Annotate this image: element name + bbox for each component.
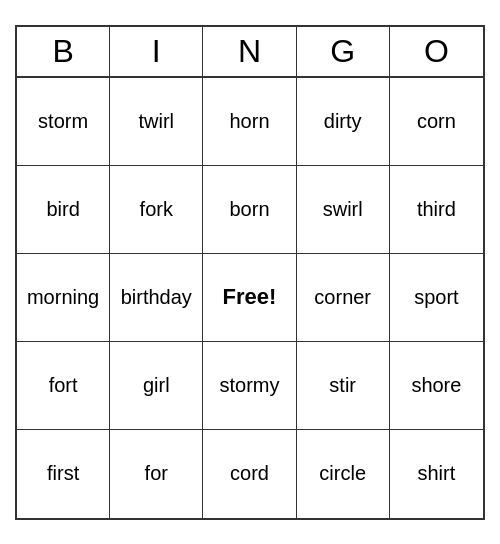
header-letter-B: B [17, 27, 110, 76]
cell-girl: girl [110, 342, 203, 430]
cell-storm: storm [17, 78, 110, 166]
bingo-header: BINGO [17, 27, 483, 78]
cell-bird: bird [17, 166, 110, 254]
cell-corn: corn [390, 78, 483, 166]
bingo-card: BINGO stormtwirlhorndirtycornbirdforkbor… [15, 25, 485, 520]
free-space: Free! [203, 254, 296, 342]
cell-twirl: twirl [110, 78, 203, 166]
cell-fort: fort [17, 342, 110, 430]
cell-shore: shore [390, 342, 483, 430]
cell-fork: fork [110, 166, 203, 254]
cell-swirl: swirl [297, 166, 390, 254]
bingo-grid: stormtwirlhorndirtycornbirdforkbornswirl… [17, 78, 483, 518]
cell-corner: corner [297, 254, 390, 342]
cell-stormy: stormy [203, 342, 296, 430]
cell-born: born [203, 166, 296, 254]
header-letter-O: O [390, 27, 483, 76]
cell-morning: morning [17, 254, 110, 342]
cell-dirty: dirty [297, 78, 390, 166]
header-letter-I: I [110, 27, 203, 76]
cell-shirt: shirt [390, 430, 483, 518]
cell-first: first [17, 430, 110, 518]
cell-birthday: birthday [110, 254, 203, 342]
cell-cord: cord [203, 430, 296, 518]
header-letter-N: N [203, 27, 296, 76]
cell-stir: stir [297, 342, 390, 430]
cell-circle: circle [297, 430, 390, 518]
cell-sport: sport [390, 254, 483, 342]
cell-horn: horn [203, 78, 296, 166]
header-letter-G: G [297, 27, 390, 76]
cell-for: for [110, 430, 203, 518]
cell-third: third [390, 166, 483, 254]
